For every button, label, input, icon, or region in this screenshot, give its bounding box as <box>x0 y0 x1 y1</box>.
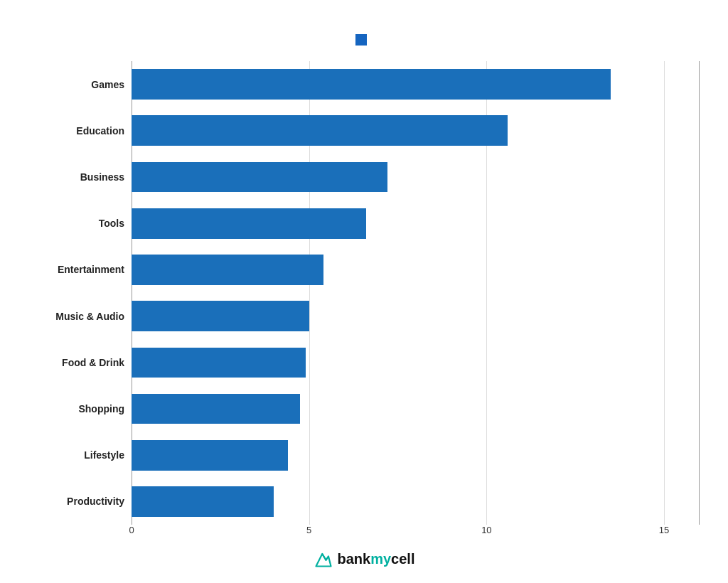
x-tick: 15 <box>659 525 669 535</box>
bar <box>132 115 508 146</box>
bar-row <box>132 478 700 525</box>
bar-row <box>132 293 700 339</box>
y-label: Education <box>28 107 124 154</box>
x-tick: 5 <box>306 525 311 535</box>
x-tick: 10 <box>481 525 491 535</box>
y-label: Games <box>28 61 124 107</box>
y-label: Shopping <box>28 385 124 432</box>
bar <box>132 255 323 285</box>
bar-row <box>132 385 700 432</box>
bar <box>132 162 387 193</box>
bar <box>132 348 306 378</box>
y-label: Entertainment <box>28 247 124 293</box>
bar-row <box>132 61 700 107</box>
bar <box>132 301 309 331</box>
bar <box>132 69 611 100</box>
bars-section <box>132 61 700 525</box>
legend-color-box <box>355 34 367 46</box>
logo-text: bankmycell <box>338 551 415 567</box>
bar-row <box>132 107 700 154</box>
logo-icon <box>314 549 333 569</box>
logo-area: bankmycell <box>314 549 415 569</box>
bar-row <box>132 247 700 293</box>
bar <box>132 208 366 239</box>
bar-row <box>132 432 700 478</box>
y-label: Business <box>28 154 124 200</box>
y-label: Tools <box>28 200 124 247</box>
legend <box>355 34 373 46</box>
y-label: Productivity <box>28 478 124 525</box>
x-tick: 0 <box>129 525 134 535</box>
y-label: Music & Audio <box>28 293 124 339</box>
bar <box>132 486 274 517</box>
bar-row <box>132 200 700 247</box>
bar-row <box>132 339 700 385</box>
bar-row <box>132 154 700 200</box>
y-labels: GamesEducationBusinessToolsEntertainment… <box>28 61 132 525</box>
bar <box>132 394 300 424</box>
y-label: Lifestyle <box>28 432 124 478</box>
bar <box>132 440 288 471</box>
chart-container: GamesEducationBusinessToolsEntertainment… <box>28 61 700 542</box>
y-label: Food & Drink <box>28 339 124 385</box>
